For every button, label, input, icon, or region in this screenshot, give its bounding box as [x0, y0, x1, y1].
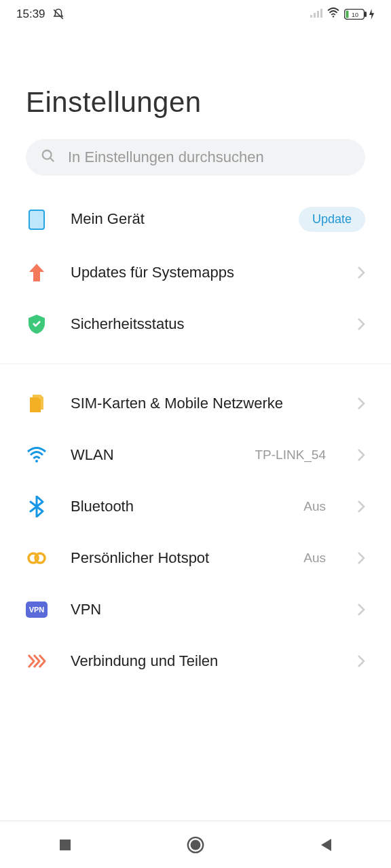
- search-placeholder: In Einstellungen durchsuchen: [68, 149, 264, 166]
- chevron-right-icon: [357, 266, 365, 279]
- row-wlan[interactable]: WLAN TP-LINK_54: [26, 429, 365, 481]
- row-label: Verbindung und Teilen: [71, 652, 334, 671]
- signal-icon: [310, 7, 322, 21]
- chevron-right-icon: [357, 654, 365, 668]
- status-right: 10: [310, 7, 375, 21]
- row-sim-mobile[interactable]: SIM-Karten & Mobile Netzwerke: [26, 378, 365, 429]
- nav-back-button[interactable]: [316, 835, 335, 854]
- row-value: Aus: [303, 551, 326, 566]
- svg-rect-0: [310, 15, 312, 18]
- bluetooth-icon: [26, 496, 48, 517]
- status-time: 15:39: [16, 7, 45, 21]
- settings-list: Mein Gerät Update Updates für Systemapps…: [0, 192, 391, 687]
- svg-point-4: [333, 16, 334, 17]
- svg-point-19: [191, 840, 201, 850]
- svg-text:10: 10: [352, 12, 358, 18]
- row-label: Mein Gerät: [71, 210, 276, 229]
- shield-icon: [26, 313, 48, 335]
- row-security-status[interactable]: Sicherheitsstatus: [26, 298, 365, 350]
- svg-rect-11: [29, 210, 44, 229]
- svg-rect-1: [314, 13, 316, 18]
- svg-point-14: [35, 553, 45, 563]
- chevron-right-icon: [357, 397, 365, 410]
- status-bar: 15:39: [0, 0, 391, 25]
- svg-text:VPN: VPN: [29, 606, 45, 614]
- search-bar[interactable]: In Einstellungen durchsuchen: [26, 139, 365, 176]
- svg-rect-3: [320, 9, 322, 18]
- row-value: TP-LINK_54: [255, 448, 326, 462]
- status-left: 15:39: [16, 7, 64, 21]
- device-icon: [26, 209, 48, 231]
- chevron-right-icon: [357, 500, 365, 513]
- share-icon: [26, 650, 48, 672]
- page-title: Einstellungen: [0, 25, 391, 139]
- row-system-app-updates[interactable]: Updates für Systemapps: [26, 247, 365, 298]
- row-bluetooth[interactable]: Bluetooth Aus: [26, 481, 365, 532]
- chevron-right-icon: [357, 448, 365, 462]
- nav-home-button[interactable]: [186, 835, 205, 854]
- row-label: Updates für Systemapps: [71, 263, 334, 283]
- row-label: WLAN: [71, 446, 231, 465]
- row-hotspot[interactable]: Persönlicher Hotspot Aus: [26, 532, 365, 584]
- vpn-icon: VPN: [26, 599, 48, 620]
- update-badge[interactable]: Update: [299, 207, 365, 232]
- hotspot-icon: [26, 547, 48, 569]
- search-icon: [41, 149, 56, 166]
- svg-point-12: [35, 460, 38, 462]
- row-label: SIM-Karten & Mobile Netzwerke: [71, 394, 334, 414]
- svg-rect-6: [365, 12, 367, 17]
- nav-recents-button[interactable]: [56, 835, 75, 854]
- svg-point-9: [43, 151, 52, 159]
- svg-rect-17: [60, 840, 71, 850]
- arrow-up-icon: [26, 262, 48, 283]
- dnd-icon: [52, 8, 64, 20]
- svg-line-10: [50, 158, 54, 162]
- row-connection-sharing[interactable]: Verbindung und Teilen: [26, 635, 365, 687]
- row-vpn[interactable]: VPN VPN: [26, 584, 365, 635]
- chevron-right-icon: [357, 317, 365, 331]
- row-my-device[interactable]: Mein Gerät Update: [26, 192, 365, 247]
- chevron-right-icon: [357, 603, 365, 616]
- wifi-icon: [327, 7, 340, 21]
- row-label: Bluetooth: [71, 497, 280, 517]
- row-label: Sicherheitsstatus: [71, 315, 334, 334]
- nav-bar: [0, 821, 391, 868]
- row-label: Persönlicher Hotspot: [71, 549, 280, 568]
- chevron-right-icon: [357, 551, 365, 565]
- row-value: Aus: [303, 499, 326, 514]
- wifi-icon: [26, 444, 48, 466]
- section-divider: [0, 363, 391, 364]
- battery-icon: 10: [344, 9, 375, 20]
- sim-icon: [26, 393, 48, 414]
- svg-rect-7: [346, 10, 349, 18]
- row-label: VPN: [71, 600, 334, 620]
- svg-rect-2: [317, 11, 319, 18]
